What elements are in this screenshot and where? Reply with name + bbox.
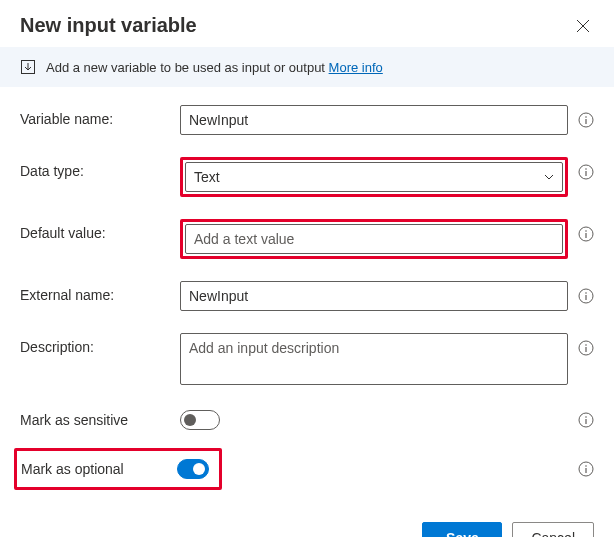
- svg-rect-12: [585, 295, 586, 300]
- form-body: Variable name: Data type: Text: [0, 87, 614, 508]
- row-description: Description:: [20, 333, 594, 388]
- mark-sensitive-toggle[interactable]: [180, 410, 220, 430]
- more-info-link[interactable]: More info: [329, 60, 383, 75]
- svg-rect-6: [585, 171, 586, 176]
- dialog-footer: Save Cancel: [0, 508, 614, 537]
- svg-point-5: [585, 168, 587, 170]
- info-icon[interactable]: [578, 112, 594, 128]
- mark-optional-toggle[interactable]: [177, 459, 209, 479]
- close-button[interactable]: [572, 15, 594, 37]
- info-icon[interactable]: [578, 340, 594, 356]
- row-default-value: Default value:: [20, 219, 594, 259]
- new-input-variable-dialog: New input variable Add a new variable to…: [0, 0, 614, 537]
- info-bar-text: Add a new variable to be used as input o…: [46, 60, 383, 75]
- svg-point-14: [585, 344, 587, 346]
- cancel-button[interactable]: Cancel: [512, 522, 594, 537]
- svg-point-20: [585, 465, 587, 467]
- svg-point-2: [585, 116, 587, 118]
- svg-point-17: [585, 416, 587, 418]
- external-name-input[interactable]: [180, 281, 568, 311]
- info-icon[interactable]: [578, 412, 594, 428]
- variable-name-input[interactable]: [180, 105, 568, 135]
- dialog-header: New input variable: [0, 0, 614, 47]
- close-icon: [576, 19, 590, 33]
- info-icon[interactable]: [578, 461, 594, 477]
- dialog-title: New input variable: [20, 14, 197, 37]
- row-mark-optional: Mark as optional: [14, 448, 594, 490]
- info-icon[interactable]: [578, 164, 594, 180]
- svg-rect-15: [585, 347, 586, 352]
- label-mark-sensitive: Mark as sensitive: [20, 412, 180, 428]
- svg-point-11: [585, 292, 587, 294]
- default-value-input[interactable]: [185, 224, 563, 254]
- label-external-name: External name:: [20, 281, 180, 303]
- row-data-type: Data type: Text: [20, 157, 594, 197]
- download-icon: [20, 59, 36, 75]
- label-variable-name: Variable name:: [20, 105, 180, 127]
- svg-rect-3: [585, 119, 586, 124]
- data-type-select[interactable]: Text: [185, 162, 563, 192]
- label-default-value: Default value:: [20, 219, 180, 241]
- info-icon[interactable]: [578, 226, 594, 242]
- svg-rect-18: [585, 419, 586, 424]
- svg-point-8: [585, 230, 587, 232]
- description-input[interactable]: [180, 333, 568, 385]
- row-mark-sensitive: Mark as sensitive: [20, 410, 594, 430]
- info-bar: Add a new variable to be used as input o…: [0, 47, 614, 87]
- svg-rect-9: [585, 233, 586, 238]
- row-variable-name: Variable name:: [20, 105, 594, 135]
- svg-rect-21: [585, 468, 586, 473]
- label-description: Description:: [20, 333, 180, 355]
- row-external-name: External name:: [20, 281, 594, 311]
- info-icon[interactable]: [578, 288, 594, 304]
- label-data-type: Data type:: [20, 157, 180, 179]
- save-button[interactable]: Save: [422, 522, 502, 537]
- label-mark-optional: Mark as optional: [21, 461, 177, 477]
